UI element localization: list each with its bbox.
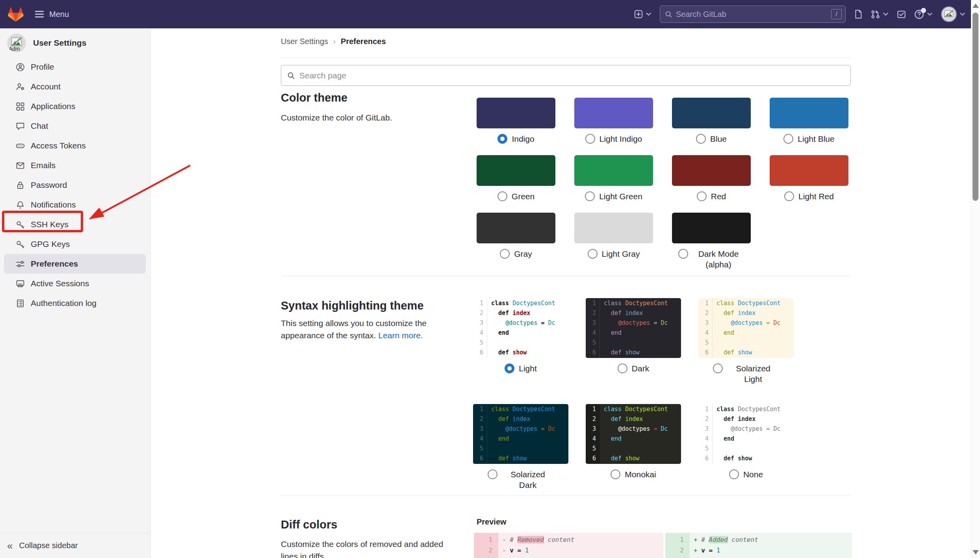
color-swatch-light-blue[interactable] [770, 98, 848, 128]
color-swatch-indigo[interactable] [477, 98, 555, 128]
syntax-theme-radio-solarized-light[interactable] [713, 363, 723, 373]
sidebar-item-chat[interactable]: Chat [4, 116, 146, 136]
color-theme-label[interactable]: Light Gray [602, 248, 640, 259]
color-theme-radio-light-gray[interactable] [588, 249, 598, 259]
sidebar-item-gpg-keys[interactable]: GPG Keys [4, 234, 146, 254]
plus-square-icon [634, 10, 643, 19]
syntax-theme-description: This setting allows you to customize the… [281, 317, 427, 341]
new-menu-button[interactable] [634, 10, 651, 19]
color-theme-label[interactable]: Indigo [512, 133, 534, 144]
syntax-theme-label[interactable]: Solarized Light [727, 363, 779, 384]
color-swatch-light-gray[interactable] [574, 213, 653, 243]
main-content: User Settings › Preferences Color theme … [151, 28, 971, 558]
color-swatch-green[interactable] [477, 155, 555, 186]
menu-button[interactable]: Menu [35, 10, 69, 19]
collapse-sidebar-button[interactable]: « Collapse sidebar [0, 533, 150, 558]
global-search-input[interactable] [676, 10, 828, 19]
search-shortcut-key: / [831, 9, 842, 19]
authentication-log-icon [16, 299, 25, 308]
gitlab-logo[interactable] [8, 7, 24, 22]
chevron-down-icon [646, 12, 651, 16]
sidebar-item-applications[interactable]: Applications [4, 96, 146, 116]
diff-lines: - # Removed content- v = 1- s = "string" [498, 533, 663, 558]
syntax-theme-label[interactable]: Dark [632, 363, 649, 374]
syntax-theme-title: Syntax highlighting theme [281, 299, 424, 312]
color-theme-label[interactable]: Blue [710, 133, 727, 144]
syntax-theme-radio-dark[interactable] [618, 363, 627, 373]
color-theme-label[interactable]: Light Green [599, 191, 642, 202]
syntax-theme-radio-none[interactable] [729, 469, 739, 479]
syntax-preview-solarized-dark[interactable]: 123456class DoctypesCont def index @doct… [473, 404, 568, 464]
color-theme-radio-light-blue[interactable] [783, 134, 793, 144]
color-theme-label[interactable]: Dark Mode (alpha) [692, 248, 744, 270]
profile-icon [16, 63, 25, 72]
page-search-input[interactable] [299, 71, 845, 80]
color-swatch-blue[interactable] [672, 98, 751, 128]
chevron-down-icon [883, 12, 889, 16]
preferences-icon [16, 260, 25, 269]
merge-requests-menu[interactable] [871, 10, 889, 19]
syntax-theme-label[interactable]: Light [519, 363, 537, 374]
sidebar-item-emails[interactable]: Emails [4, 156, 146, 175]
docs-icon[interactable] [854, 9, 863, 19]
color-theme-label[interactable]: Light Indigo [600, 133, 642, 144]
color-theme-radio-dark-mode-alpha[interactable] [678, 249, 688, 259]
color-theme-radio-gray[interactable] [500, 249, 510, 259]
sidebar-item-notifications[interactable]: Notifications [4, 195, 146, 215]
color-swatch-red[interactable] [672, 155, 751, 186]
syntax-theme-radio-solarized-dark[interactable] [488, 469, 497, 479]
color-theme-label[interactable]: Light Blue [798, 133, 834, 144]
color-theme-radio-green[interactable] [497, 191, 507, 201]
color-theme-label[interactable]: Red [711, 191, 726, 202]
syntax-theme-radio-monokai[interactable] [611, 469, 620, 479]
syntax-theme-label[interactable]: Monokai [625, 469, 656, 480]
color-theme-radio-red[interactable] [697, 191, 707, 201]
syntax-preview-dark[interactable]: 123456class DoctypesCont def index @doct… [586, 298, 681, 358]
syntax-preview-solarized-light[interactable]: 123456class DoctypesCont def index @doct… [698, 298, 794, 358]
sidebar-item-authentication-log[interactable]: Authentication log [4, 293, 146, 313]
sidebar-item-preferences[interactable]: Preferences [4, 254, 146, 274]
account-icon [16, 82, 25, 91]
color-theme-radio-indigo[interactable] [497, 134, 507, 144]
color-theme-label[interactable]: Green [512, 191, 535, 202]
color-theme-radio-light-red[interactable] [784, 191, 794, 201]
color-swatch-gray[interactable] [477, 213, 555, 243]
syntax-theme-radio-light[interactable] [505, 363, 514, 373]
help-menu[interactable] [914, 9, 933, 19]
user-menu[interactable] [941, 6, 965, 22]
password-icon [16, 181, 25, 190]
sidebar-item-ssh-keys[interactable]: SSH Keys [4, 215, 146, 234]
page-search-field [281, 65, 851, 86]
color-theme-radio-blue[interactable] [696, 134, 706, 144]
notification-dot [921, 8, 926, 13]
color-swatch-light-indigo[interactable] [574, 98, 653, 128]
syntax-preview-monokai[interactable]: 123456class DoctypesCont def index @doct… [586, 404, 681, 464]
color-theme-radio-light-green[interactable] [585, 191, 595, 201]
todos-icon[interactable] [897, 10, 906, 19]
global-search[interactable]: / [660, 6, 846, 23]
sidebar-item-account[interactable]: Account [4, 77, 146, 96]
color-swatch-dark-mode-alpha[interactable] [672, 213, 751, 243]
syntax-theme-option-dark: 123456class DoctypesCont def index @doct… [586, 298, 681, 384]
scrollbar-thumb[interactable] [973, 13, 978, 201]
page-scrollbar[interactable] [971, 0, 980, 558]
color-swatch-light-green[interactable] [574, 155, 653, 186]
syntax-preview-none[interactable]: 123456class DoctypesCont def index @doct… [698, 404, 794, 464]
color-swatch-light-red[interactable] [770, 155, 848, 186]
syntax-theme-label[interactable]: Solarized Dark [502, 469, 554, 490]
sidebar-item-password[interactable]: Password [4, 175, 146, 195]
sidebar-item-active-sessions[interactable]: Active Sessions [4, 274, 146, 293]
color-theme-label[interactable]: Gray [514, 248, 532, 259]
syntax-theme-label[interactable]: None [743, 469, 763, 480]
syntax-preview-light[interactable]: 123456class DoctypesCont def index @doct… [473, 298, 568, 358]
scrollbar-down-arrow[interactable] [973, 550, 979, 554]
scrollbar-up-arrow[interactable] [973, 4, 979, 8]
sidebar-item-access-tokens[interactable]: Access Tokens [4, 136, 146, 156]
breadcrumb-user-settings[interactable]: User Settings [281, 37, 328, 46]
diff-colors-description: Customize the colors of removed and adde… [281, 538, 454, 558]
learn-more-link[interactable]: Learn more. [379, 331, 423, 340]
color-theme-label[interactable]: Light Red [798, 191, 834, 202]
color-theme-radio-light-indigo[interactable] [585, 134, 595, 144]
merge-request-icon [871, 10, 880, 19]
sidebar-item-profile[interactable]: Profile [4, 57, 146, 77]
